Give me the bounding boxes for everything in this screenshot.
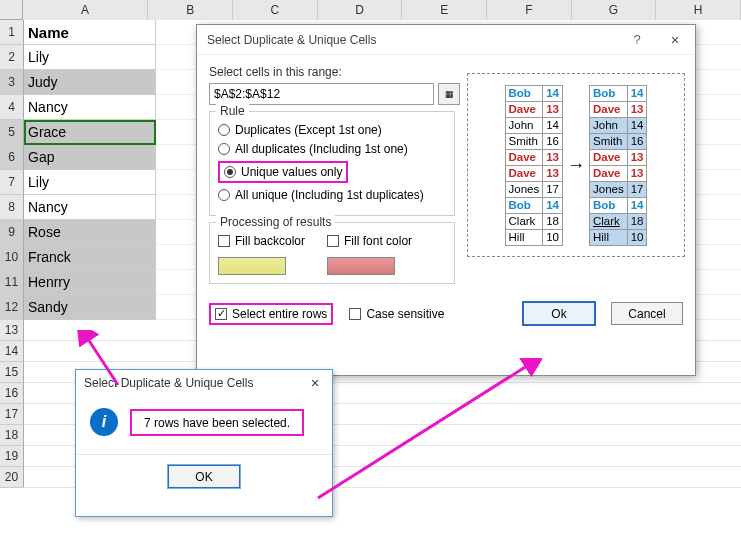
col-header-d[interactable]: D bbox=[318, 0, 403, 20]
cell-a7[interactable]: Lily bbox=[24, 170, 156, 195]
cell-a4[interactable]: Nancy bbox=[24, 95, 156, 120]
select-all-corner[interactable] bbox=[0, 0, 23, 20]
col-header-e[interactable]: E bbox=[402, 0, 487, 20]
range-input[interactable] bbox=[209, 83, 434, 105]
info-icon: i bbox=[90, 408, 118, 436]
row-header[interactable]: 20 bbox=[0, 467, 24, 488]
radio-icon bbox=[218, 189, 230, 201]
cell-a10[interactable]: Franck bbox=[24, 245, 156, 270]
arrow-right-icon: → bbox=[567, 155, 585, 176]
checkbox-select-entire-rows[interactable]: ✓ Select entire rows bbox=[215, 307, 327, 321]
example-table-right: Bob14Dave13John14Smith16Dave13Dave13Jone… bbox=[589, 85, 647, 246]
row-header[interactable]: 18 bbox=[0, 425, 24, 446]
radio-unique-values-only[interactable]: Unique values only bbox=[224, 165, 342, 179]
checkbox-label: Fill backcolor bbox=[235, 234, 305, 248]
checkbox-label: Case sensitive bbox=[366, 307, 444, 321]
radio-icon bbox=[224, 166, 236, 178]
row-header[interactable]: 2 bbox=[0, 45, 24, 70]
fontcolor-swatch[interactable] bbox=[327, 257, 395, 275]
dialog2-close-button[interactable]: × bbox=[298, 375, 332, 391]
row-header[interactable]: 7 bbox=[0, 170, 24, 195]
checkbox-label: Select entire rows bbox=[232, 307, 327, 321]
row-header[interactable]: 13 bbox=[0, 320, 24, 341]
cell-a6[interactable]: Gap bbox=[24, 145, 156, 170]
checkbox-case-sensitive[interactable]: Case sensitive bbox=[349, 307, 444, 321]
cell-a9[interactable]: Rose bbox=[24, 220, 156, 245]
cell-a5[interactable]: Grace bbox=[24, 120, 156, 145]
example-preview: Bob14Dave13John14Smith16Dave13Dave13Jone… bbox=[467, 73, 685, 257]
range-picker-button[interactable]: ▦ bbox=[438, 83, 460, 105]
row-header[interactable]: 10 bbox=[0, 245, 24, 270]
row-header[interactable]: 12 bbox=[0, 295, 24, 320]
cell-a12[interactable]: Sandy bbox=[24, 295, 156, 320]
radio-icon bbox=[218, 124, 230, 136]
cell-a2[interactable]: Lily bbox=[24, 45, 156, 70]
checkbox-icon bbox=[327, 235, 339, 247]
radio-duplicates-except-first[interactable]: Duplicates (Except 1st one) bbox=[218, 123, 446, 137]
radio-label: All unique (Including 1st duplicates) bbox=[235, 188, 424, 202]
checkbox-icon bbox=[349, 308, 361, 320]
row-header[interactable]: 9 bbox=[0, 220, 24, 245]
row-header[interactable]: 17 bbox=[0, 404, 24, 425]
rule-legend: Rule bbox=[216, 104, 249, 118]
radio-all-duplicates[interactable]: All duplicates (Including 1st one) bbox=[218, 142, 446, 156]
col-header-b[interactable]: B bbox=[148, 0, 233, 20]
row-header[interactable]: 8 bbox=[0, 195, 24, 220]
radio-icon bbox=[218, 143, 230, 155]
row-header[interactable]: 11 bbox=[0, 270, 24, 295]
cell-a3[interactable]: Judy bbox=[24, 70, 156, 95]
row-header[interactable]: 14 bbox=[0, 341, 24, 362]
radio-label: Unique values only bbox=[241, 165, 342, 179]
col-header-g[interactable]: G bbox=[572, 0, 657, 20]
dialog2-ok-button[interactable]: OK bbox=[168, 465, 240, 488]
cell-a11[interactable]: Henrry bbox=[24, 270, 156, 295]
col-header-h[interactable]: H bbox=[656, 0, 741, 20]
row-header[interactable]: 4 bbox=[0, 95, 24, 120]
column-headers: A B C D E F G H bbox=[0, 0, 741, 20]
help-button[interactable]: ? bbox=[619, 32, 655, 47]
result-message-dialog: Select Duplicate & Unique Cells × i 7 ro… bbox=[75, 369, 333, 517]
processing-legend: Processing of results bbox=[216, 215, 335, 229]
row-header[interactable]: 15 bbox=[0, 362, 24, 383]
col-header-f[interactable]: F bbox=[487, 0, 572, 20]
row-header[interactable]: 6 bbox=[0, 145, 24, 170]
ok-button[interactable]: Ok bbox=[523, 302, 595, 325]
col-header-c[interactable]: C bbox=[233, 0, 318, 20]
close-button[interactable]: × bbox=[655, 32, 695, 48]
row-header[interactable]: 19 bbox=[0, 446, 24, 467]
cancel-button[interactable]: Cancel bbox=[611, 302, 683, 325]
radio-all-unique[interactable]: All unique (Including 1st duplicates) bbox=[218, 188, 446, 202]
cell-a1[interactable]: Name bbox=[24, 20, 156, 45]
radio-label: Duplicates (Except 1st one) bbox=[235, 123, 382, 137]
range-picker-icon: ▦ bbox=[445, 89, 454, 99]
result-message: 7 rows have been selected. bbox=[144, 416, 290, 430]
dialog-title: Select Duplicate & Unique Cells bbox=[207, 33, 619, 47]
dialog2-title: Select Duplicate & Unique Cells bbox=[84, 376, 253, 390]
row-header[interactable]: 5 bbox=[0, 120, 24, 145]
checkbox-fill-backcolor[interactable]: Fill backcolor bbox=[218, 234, 305, 248]
select-duplicate-unique-dialog: Select Duplicate & Unique Cells ? × Sele… bbox=[196, 24, 696, 376]
row-header[interactable]: 3 bbox=[0, 70, 24, 95]
dialog-titlebar[interactable]: Select Duplicate & Unique Cells ? × bbox=[197, 25, 695, 55]
checkbox-fill-fontcolor[interactable]: Fill font color bbox=[327, 234, 412, 248]
row-header[interactable]: 16 bbox=[0, 383, 24, 404]
checkbox-label: Fill font color bbox=[344, 234, 412, 248]
backcolor-swatch[interactable] bbox=[218, 257, 286, 275]
checkbox-icon: ✓ bbox=[215, 308, 227, 320]
col-header-a[interactable]: A bbox=[23, 0, 149, 20]
checkbox-icon bbox=[218, 235, 230, 247]
cell-a8[interactable]: Nancy bbox=[24, 195, 156, 220]
radio-label: All duplicates (Including 1st one) bbox=[235, 142, 408, 156]
dialog2-titlebar[interactable]: Select Duplicate & Unique Cells × bbox=[76, 370, 332, 396]
row-header[interactable]: 1 bbox=[0, 20, 24, 45]
example-table-left: Bob14Dave13John14Smith16Dave13Dave13Jone… bbox=[505, 85, 563, 246]
